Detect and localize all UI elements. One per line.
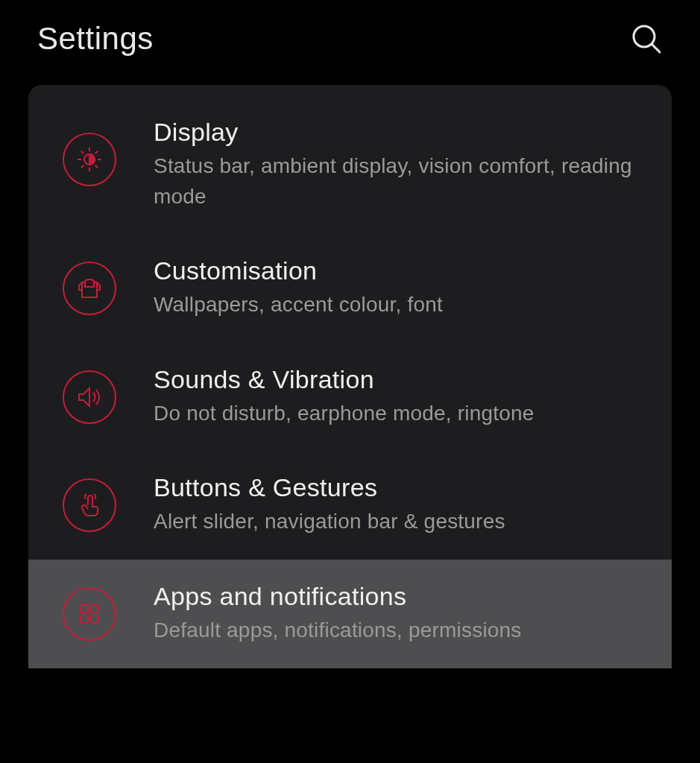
customisation-icon [63,262,116,315]
page-title: Settings [37,21,154,57]
svg-rect-14 [91,615,98,623]
display-icon [63,133,116,186]
item-desc: Wallpapers, accent colour, font [154,290,637,320]
svg-line-7 [81,151,84,154]
apps-icon [63,587,116,641]
svg-rect-11 [81,605,88,612]
svg-rect-13 [81,615,88,623]
search-button[interactable] [630,22,663,55]
item-title: Sounds & Vibration [154,365,637,394]
svg-line-8 [95,165,98,168]
setting-item-sounds[interactable]: Sounds & Vibration Do not disturb, earph… [28,343,672,452]
search-icon [630,22,663,55]
item-title: Customisation [154,256,637,285]
svg-rect-12 [91,605,98,612]
svg-line-1 [652,45,660,53]
settings-header: Settings [0,0,700,85]
item-desc: Do not disturb, earphone mode, ringtone [154,399,637,429]
item-title: Buttons & Gestures [154,473,637,502]
sound-icon [63,370,116,424]
settings-list: Display Status bar, ambient display, vis… [28,85,672,668]
item-desc: Status bar, ambient display, vision comf… [154,151,637,212]
item-desc: Alert slider, navigation bar & gestures [154,507,637,537]
svg-line-10 [95,151,98,154]
item-title: Apps and notifications [154,582,637,611]
item-desc: Default apps, notifications, permissions [154,615,637,646]
setting-item-customisation[interactable]: Customisation Wallpapers, accent colour,… [28,234,672,343]
setting-item-buttons[interactable]: Buttons & Gestures Alert slider, navigat… [28,451,672,560]
setting-item-display[interactable]: Display Status bar, ambient display, vis… [28,85,672,234]
item-title: Display [154,118,637,147]
svg-line-9 [81,165,84,168]
setting-item-apps[interactable]: Apps and notifications Default apps, not… [28,560,672,668]
gesture-icon [63,478,116,532]
